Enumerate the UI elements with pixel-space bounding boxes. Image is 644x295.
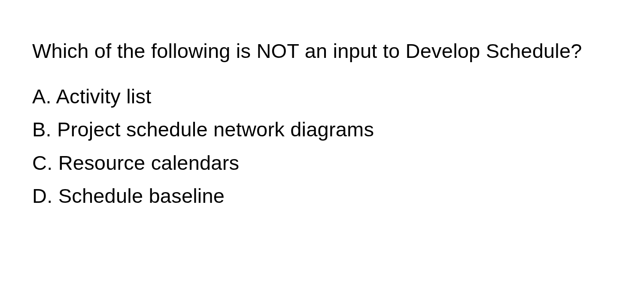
option-d: D. Schedule baseline bbox=[32, 179, 612, 213]
question-text: Which of the following is NOT an input t… bbox=[32, 34, 612, 68]
option-c: C. Resource calendars bbox=[32, 146, 612, 180]
option-a: A. Activity list bbox=[32, 80, 612, 113]
option-b: B. Project schedule network diagrams bbox=[32, 113, 612, 146]
